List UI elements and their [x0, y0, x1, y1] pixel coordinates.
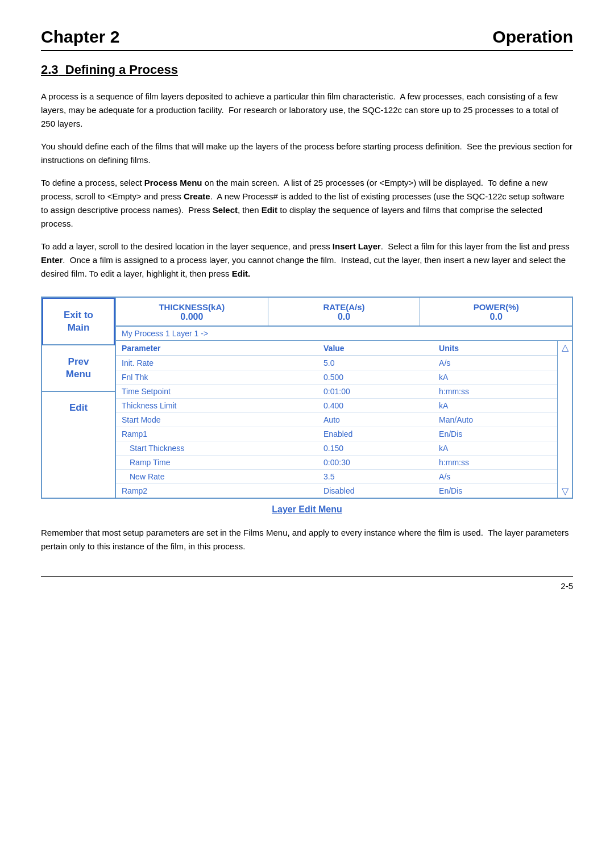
cell-value: 5.0	[318, 356, 433, 370]
cell-units: A/s	[433, 356, 557, 370]
cell-param: Ramp Time	[116, 456, 318, 470]
cell-units: Man/Auto	[433, 413, 557, 427]
table-row: Fnl Thk0.500kA	[116, 370, 557, 385]
cell-param: Start Thickness	[116, 441, 318, 456]
cell-param: Init. Rate	[116, 356, 318, 370]
cell-value: 0:00:30	[318, 456, 433, 470]
table-row: Time Setpoint0:01:00h:mm:ss	[116, 385, 557, 399]
cell-value: 3.5	[318, 470, 433, 484]
table-scroll-wrapper: Parameter Value Units Init. Rate5.0A/sFn…	[116, 341, 572, 498]
paragraph-4: To add a layer, scroll to the desired lo…	[41, 240, 573, 281]
stat-power-label: POWER(%)	[424, 302, 569, 312]
ui-content: THICKNESS(kA) 0.000 RATE(A/s) 0.0 POWER(…	[116, 298, 572, 498]
cell-units: A/s	[433, 470, 557, 484]
table-row: Ramp1EnabledEn/Dis	[116, 427, 557, 441]
table-row: Ramp2DisabledEn/Dis	[116, 484, 557, 498]
cell-value: 0:01:00	[318, 385, 433, 399]
after-caption-text: Remember that most setup parameters are …	[41, 526, 573, 553]
table-row: New Rate3.5A/s	[116, 470, 557, 484]
scroll-up-arrow[interactable]: △	[562, 342, 569, 353]
stat-power: POWER(%) 0.0	[420, 298, 572, 326]
prev-menu-button[interactable]: Prev Menu	[42, 345, 115, 392]
cell-units: En/Dis	[433, 427, 557, 441]
scrollbar[interactable]: △ ▽	[557, 341, 572, 498]
cell-units: kA	[433, 441, 557, 456]
table-row: Start ModeAutoMan/Auto	[116, 413, 557, 427]
cell-value: Disabled	[318, 484, 433, 498]
chapter-header: Chapter 2 Operation	[41, 27, 573, 51]
cell-param: Fnl Thk	[116, 370, 318, 385]
cell-units: En/Dis	[433, 484, 557, 498]
paragraph-2: You should define each of the films that…	[41, 140, 573, 167]
cell-param: Ramp2	[116, 484, 318, 498]
cell-units: h:mm:ss	[433, 456, 557, 470]
stat-rate-label: RATE(A/s)	[272, 302, 417, 312]
table-row: Thickness Limit0.400kA	[116, 399, 557, 413]
stat-rate-value: 0.0	[272, 312, 417, 322]
table-row: Init. Rate5.0A/s	[116, 356, 557, 370]
footer: 2-5	[41, 576, 573, 591]
cell-value: 0.500	[318, 370, 433, 385]
paragraph-1: A process is a sequence of film layers d…	[41, 90, 573, 131]
table-row: Ramp Time0:00:30h:mm:ss	[116, 456, 557, 470]
cell-param: Ramp1	[116, 427, 318, 441]
col-parameter: Parameter	[116, 341, 318, 356]
section-heading: 2.3 Defining a Process	[41, 62, 573, 77]
process-info-row: My Process 1 Layer 1 ->	[116, 327, 572, 341]
cell-units: kA	[433, 370, 557, 385]
col-units: Units	[433, 341, 557, 356]
cell-value: 0.150	[318, 441, 433, 456]
panel-caption: Layer Edit Menu	[41, 504, 573, 515]
exit-to-main-button[interactable]: Exit to Main	[42, 298, 115, 345]
table-row: Start Thickness0.150kA	[116, 441, 557, 456]
stats-bar: THICKNESS(kA) 0.000 RATE(A/s) 0.0 POWER(…	[116, 298, 572, 327]
cell-param: New Rate	[116, 470, 318, 484]
paragraph-3: To define a process, select Process Menu…	[41, 176, 573, 231]
cell-units: h:mm:ss	[433, 385, 557, 399]
stat-thickness-value: 0.000	[119, 312, 264, 322]
chapter-label: Chapter 2	[41, 27, 119, 47]
cell-param: Time Setpoint	[116, 385, 318, 399]
cell-value: Auto	[318, 413, 433, 427]
operation-label: Operation	[492, 27, 573, 47]
scroll-down-arrow[interactable]: ▽	[562, 486, 569, 496]
cell-units: kA	[433, 399, 557, 413]
cell-param: Thickness Limit	[116, 399, 318, 413]
table-header-row: Parameter Value Units	[116, 341, 557, 356]
cell-param: Start Mode	[116, 413, 318, 427]
edit-button[interactable]: Edit	[42, 392, 115, 424]
data-table: Parameter Value Units Init. Rate5.0A/sFn…	[116, 341, 557, 498]
ui-panel: Exit to Main Prev Menu Edit THICKNESS(kA…	[41, 297, 573, 499]
cell-value: Enabled	[318, 427, 433, 441]
stat-rate: RATE(A/s) 0.0	[268, 298, 421, 326]
ui-sidebar: Exit to Main Prev Menu Edit	[42, 298, 116, 498]
stat-thickness: THICKNESS(kA) 0.000	[116, 298, 268, 326]
col-value: Value	[318, 341, 433, 356]
cell-value: 0.400	[318, 399, 433, 413]
stat-thickness-label: THICKNESS(kA)	[119, 302, 264, 312]
page-number: 2-5	[561, 581, 573, 591]
stat-power-value: 0.0	[424, 312, 569, 322]
